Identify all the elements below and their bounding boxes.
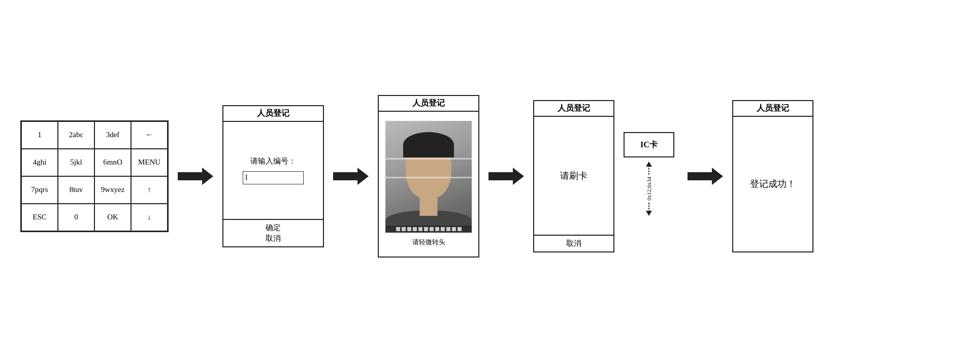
arrow-3 xyxy=(488,166,524,186)
face-head xyxy=(406,132,451,198)
svg-marker-6 xyxy=(646,211,652,216)
screen3-title: 人员登记 xyxy=(534,101,613,117)
screen4-body: 登记成功！ xyxy=(733,117,812,251)
key-6mno[interactable]: 6mnO xyxy=(94,149,131,176)
screen2-caption: 请轻微转头 xyxy=(412,238,445,247)
down-arrow-icon xyxy=(644,202,654,217)
screen1-prompt: 请输入编号： xyxy=(250,156,296,166)
key-9wxyz[interactable]: 9wxyez xyxy=(94,176,131,204)
screen1-body: 请输入编号： I xyxy=(223,122,323,219)
key-menu[interactable]: MENU xyxy=(131,149,168,176)
screen1-confirm[interactable]: 确定 xyxy=(266,223,281,233)
keypad: 1 2abc 3def ← 4ghi 5jkl 6mnO MENU 7pqrs … xyxy=(20,120,169,232)
ic-card: IC卡 xyxy=(624,132,674,157)
arrow-1 xyxy=(178,166,213,186)
key-backspace[interactable]: ← xyxy=(131,121,168,149)
screen1-input[interactable]: I xyxy=(243,171,304,184)
key-2abc[interactable]: 2abc xyxy=(58,121,94,149)
svg-marker-4 xyxy=(646,162,652,167)
screen4-message: 登记成功！ xyxy=(750,178,796,190)
screen-input: 人员登记 请输入编号： I 确定 取消 xyxy=(222,105,324,247)
screen3-footer: 取消 xyxy=(534,235,613,251)
screen1-footer: 确定 取消 xyxy=(223,219,323,246)
svg-marker-2 xyxy=(488,168,524,185)
screen4-title: 人员登记 xyxy=(733,101,812,117)
key-ok[interactable]: OK xyxy=(94,204,131,231)
up-arrow-icon xyxy=(644,161,654,176)
ic-card-label: IC卡 xyxy=(640,140,658,150)
svg-marker-0 xyxy=(178,168,213,185)
screen2-title: 人员登记 xyxy=(379,96,478,112)
face-dots xyxy=(385,226,472,233)
ic-interact-section: IC卡 0x12,6x34 xyxy=(624,132,674,220)
arrow-2 xyxy=(333,166,369,186)
key-7pqrs[interactable]: 7pqrs xyxy=(21,176,58,204)
face-bg xyxy=(385,121,472,233)
face-bar-top xyxy=(385,158,472,159)
data-label: 0x12,6x34 xyxy=(646,177,652,201)
screen3-cancel[interactable]: 取消 xyxy=(566,239,581,248)
screen-swipe: 人员登记 请刷卡 取消 xyxy=(533,100,614,252)
screen-face: 人员登记 xyxy=(378,95,479,258)
svg-marker-1 xyxy=(333,168,369,185)
face-neck xyxy=(420,196,438,216)
diagram: 1 2abc 3def ← 4ghi 5jkl 6mnO MENU 7pqrs … xyxy=(0,0,980,352)
screen1-title: 人员登记 xyxy=(223,106,323,122)
key-esc[interactable]: ESC xyxy=(21,204,58,231)
arrow-4 xyxy=(688,166,723,186)
key-4ghi[interactable]: 4ghi xyxy=(21,149,58,176)
key-3def[interactable]: 3def xyxy=(94,121,131,149)
key-8tuv[interactable]: 8tuv xyxy=(58,176,94,204)
key-5jkl[interactable]: 5jkl xyxy=(58,149,94,176)
screen1-cancel[interactable]: 取消 xyxy=(266,234,281,243)
screen-success: 人员登记 登记成功！ xyxy=(732,100,813,252)
key-down[interactable]: ↓ xyxy=(131,204,168,231)
face-bar-bottom xyxy=(385,177,472,178)
face-image xyxy=(385,121,472,233)
key-up[interactable]: ↑ xyxy=(131,176,168,204)
face-hair xyxy=(403,132,454,157)
screen3-prompt: 请刷卡 xyxy=(560,170,587,182)
screen2-body: 请轻微转头 xyxy=(379,112,478,257)
screen3-body: 请刷卡 xyxy=(534,117,613,235)
v-arrows: 0x12,6x34 xyxy=(644,161,654,217)
key-1[interactable]: 1 xyxy=(21,121,58,149)
svg-marker-7 xyxy=(688,168,723,185)
key-0[interactable]: 0 xyxy=(58,204,94,231)
